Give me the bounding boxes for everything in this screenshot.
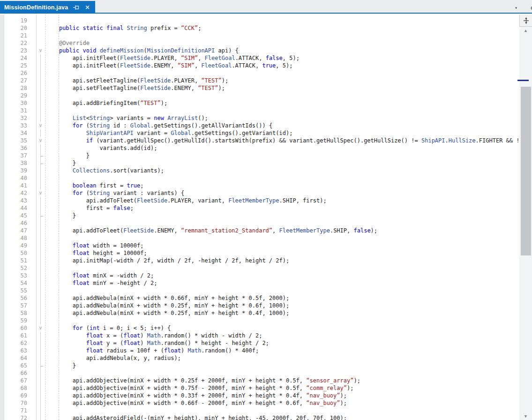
line-number[interactable]: 53 (5, 272, 27, 279)
code-line[interactable]: 28 api.setFleetTagline(FleetSide.ENEMY, … (0, 84, 532, 92)
line-number[interactable]: 56 (5, 294, 27, 302)
scrollbar[interactable]: ▲ ▼ (519, 15, 532, 420)
close-icon[interactable]: ✕ (85, 4, 90, 11)
code-line[interactable]: 19 (0, 17, 532, 24)
code-line[interactable]: 55 (0, 287, 532, 294)
code-line[interactable]: 62 float y = (float) Math.random() * hei… (0, 339, 532, 347)
code-line[interactable]: 58 api.addNebula(minX + width * 0.25f, m… (0, 309, 532, 317)
line-number[interactable]: 65 (5, 362, 27, 369)
line-number[interactable]: 49 (5, 242, 27, 249)
line-number[interactable]: 68 (5, 384, 27, 392)
code-line[interactable]: 67 api.addObjective(minX + width * 0.25f… (0, 377, 532, 384)
line-number[interactable]: 60 (5, 324, 27, 332)
line-number[interactable]: 62 (5, 339, 27, 347)
code-line[interactable]: 72 api.addAsteroidField(-(minY + height)… (0, 414, 532, 420)
fold-collapse-icon[interactable]: ∨ (37, 137, 44, 144)
line-number[interactable]: 21 (5, 32, 27, 39)
code-line[interactable]: 24 api.initFleet(FleetSide.PLAYER, “SIM”… (0, 54, 532, 62)
code-line[interactable]: 63 float radius = 100f + (float) Math.ra… (0, 347, 532, 354)
code-line[interactable]: 60∨ for (int i = 0; i < 5; i++) { (0, 324, 532, 332)
code-line[interactable]: 49 float width = 10000f; (0, 242, 532, 249)
line-number[interactable]: 69 (5, 392, 27, 399)
line-number[interactable]: 54 (5, 279, 27, 287)
code-line[interactable]: 36 variants.add(id); (0, 144, 532, 152)
line-number[interactable]: 43 (5, 197, 27, 204)
code-line[interactable]: 51 api.initMap(-width / 2f, width / 2f, … (0, 257, 532, 264)
code-line[interactable]: 47 api.addToFleet(FleetSide.ENEMY, “remn… (0, 227, 532, 234)
fold-collapse-icon[interactable]: ∨ (37, 189, 44, 197)
line-number[interactable]: 52 (5, 264, 27, 272)
code-line[interactable]: 40 (0, 174, 532, 182)
line-number[interactable]: 55 (5, 287, 27, 294)
code-line[interactable]: 70 api.addObjective(minX + width * 0.66f… (0, 399, 532, 407)
line-number[interactable]: 50 (5, 249, 27, 257)
line-number[interactable]: 27 (5, 77, 27, 84)
fold-collapse-icon[interactable]: ∨ (37, 47, 44, 54)
line-number[interactable]: 59 (5, 317, 27, 324)
code-line[interactable]: 20 public static final String prefix = “… (0, 24, 532, 32)
line-number[interactable]: 34 (5, 129, 27, 137)
chevron-down-icon[interactable]: ▾ (515, 5, 517, 10)
line-number[interactable]: 23 (5, 47, 27, 54)
code-line[interactable]: 32 List<String> variants = new ArrayList… (0, 114, 532, 122)
code-line[interactable]: 59 (0, 317, 532, 324)
line-number[interactable]: 64 (5, 354, 27, 362)
code-line[interactable]: 69 api.addObjective(minX + width * 0.33f… (0, 392, 532, 399)
line-number[interactable]: 63 (5, 347, 27, 354)
line-number[interactable]: 61 (5, 332, 27, 339)
code-line[interactable]: 50 float height = 10000f; (0, 249, 532, 257)
line-number[interactable]: 58 (5, 309, 27, 317)
code-line[interactable]: 29 (0, 92, 532, 99)
line-number[interactable]: 38 (5, 159, 27, 167)
code-line[interactable]: 30 api.addBriefingItem(“TEST”); (0, 99, 532, 107)
code-line[interactable]: 27 api.setFleetTagline(FleetSide.PLAYER,… (0, 77, 532, 84)
fold-collapse-icon[interactable]: ∨ (37, 324, 44, 332)
code-line[interactable]: 39 Collections.sort(variants); (0, 167, 532, 174)
line-number[interactable]: 46 (5, 219, 27, 227)
line-number[interactable]: 67 (5, 377, 27, 384)
code-line[interactable]: 26 (0, 69, 532, 77)
line-number[interactable]: 45 (5, 212, 27, 219)
line-number[interactable]: 29 (5, 92, 27, 99)
line-number[interactable]: 37 (5, 152, 27, 159)
line-number[interactable]: 25 (5, 62, 27, 69)
line-number[interactable]: 31 (5, 107, 27, 114)
line-number[interactable]: 57 (5, 302, 27, 309)
code-line[interactable]: 53 float minX = -width / 2; (0, 272, 532, 279)
line-number[interactable]: 42 (5, 189, 27, 197)
line-number[interactable]: 35 (5, 137, 27, 144)
code-line[interactable]: 56 api.addNebula(minX + width * 0.66f, m… (0, 294, 532, 302)
code-line[interactable]: 44 first = false; (0, 204, 532, 212)
code-line[interactable]: 21 (0, 32, 532, 39)
line-number[interactable]: 51 (5, 257, 27, 264)
line-number[interactable]: 22 (5, 39, 27, 47)
code-line[interactable]: 43 api.addToFleet(FleetSide.PLAYER, vari… (0, 197, 532, 204)
line-number[interactable]: 26 (5, 69, 27, 77)
code-line[interactable]: 68 api.addObjective(minX + width * 0.75f… (0, 384, 532, 392)
code-line[interactable]: 45 } (0, 212, 532, 219)
code-line[interactable]: 61 float x = (float) Math.random() * wid… (0, 332, 532, 339)
code-line[interactable]: 46 (0, 219, 532, 227)
line-number[interactable]: 72 (5, 414, 27, 420)
code-line[interactable]: 64 api.addNebula(x, y, radius); (0, 354, 532, 362)
code-line[interactable]: 23∨ public void defineMission(MissionDef… (0, 47, 532, 54)
line-number[interactable]: 70 (5, 399, 27, 407)
tab-missiondefinition-java[interactable]: MissionDefinition.java ✕ (0, 1, 95, 14)
line-number[interactable]: 47 (5, 227, 27, 234)
line-number[interactable]: 20 (5, 24, 27, 32)
line-number[interactable]: 66 (5, 369, 27, 377)
fold-collapse-icon[interactable]: ∨ (37, 122, 44, 129)
line-number[interactable]: 28 (5, 84, 27, 92)
code-editor[interactable]: 1920 public static final String prefix =… (0, 15, 532, 420)
scroll-down-button[interactable]: ▼ (519, 414, 532, 419)
code-line[interactable]: 48 (0, 234, 532, 242)
code-line[interactable]: 38 } (0, 159, 532, 167)
code-line[interactable]: 66 (0, 369, 532, 377)
scroll-up-button[interactable]: ▲ (519, 28, 532, 33)
line-number[interactable]: 36 (5, 144, 27, 152)
code-line[interactable]: 52 (0, 264, 532, 272)
line-number[interactable]: 33 (5, 122, 27, 129)
split-document-button[interactable] (519, 15, 532, 27)
code-line[interactable]: 41 boolean first = true; (0, 182, 532, 189)
line-number[interactable]: 24 (5, 54, 27, 62)
